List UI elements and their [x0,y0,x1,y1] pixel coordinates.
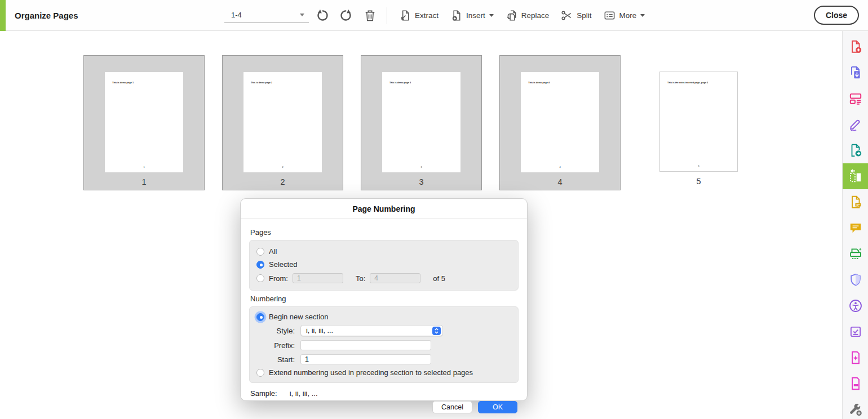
radio-row-all[interactable]: All [256,247,511,256]
scan-ocr-icon [848,247,863,261]
insert-label: Insert [466,11,485,20]
redact-icon [848,376,863,391]
sidebar-item-edit-pdf[interactable] [843,86,868,112]
radio-row-from[interactable]: From: To: of 5 [256,273,511,283]
page-thumbnail-1[interactable]: This is demo page 1 1 1 [83,55,205,190]
extract-button[interactable]: Extract [398,9,439,22]
start-label: Start: [256,355,295,364]
page-thumbnail-5[interactable]: This is the extra inserted page, page 5 … [638,55,759,190]
send-file-icon [848,143,863,158]
sidebar-item-comment[interactable] [843,215,868,241]
split-label: Split [577,11,591,20]
organize-pages-icon [848,169,863,184]
selected-radio[interactable] [256,261,264,269]
pages-section-label: Pages [250,228,517,237]
page-footer-number: 1 [105,166,183,168]
more-options-icon [603,9,616,22]
begin-new-section-radio[interactable] [256,313,264,321]
page-range-dropdown[interactable]: 1-4 [224,8,309,23]
selected-label: Selected [269,260,298,269]
sidebar-item-organize-pages[interactable] [843,163,868,189]
page-body-text: This is demo page 2 [251,82,272,84]
replace-label: Replace [521,11,550,20]
delete-pages-button[interactable] [360,6,380,26]
sidebar-item-accessibility[interactable] [843,293,868,319]
wrench-plus-icon [848,402,863,417]
page-thumbnail-3[interactable]: This is demo page 3 3 3 [361,55,482,190]
tool-title: Organize Pages [15,11,78,20]
rotate-left-button[interactable] [312,6,333,26]
page-footer-number: 3 [382,166,460,168]
split-button[interactable]: Split [560,9,591,22]
trash-icon [363,8,377,23]
from-radio[interactable] [256,274,264,282]
sidebar-item-compress-pdf[interactable] [843,345,868,371]
extend-numbering-label: Extend numbering used in preceding secti… [269,368,473,377]
page-range-value: 1-4 [231,11,242,19]
extract-page-icon [398,9,411,22]
page-numbering-dialog: Page Numbering Pages All Selected From: … [240,198,528,401]
extend-numbering-radio[interactable] [256,369,264,377]
page-footer-number: 5 [660,165,737,167]
dialog-body: Pages All Selected From: To: of 5 Number… [241,219,527,419]
style-label: Style: [256,327,295,335]
from-input[interactable] [293,273,343,283]
of-total-label: of 5 [433,274,445,283]
radio-row-begin-new-section[interactable]: Begin new section [256,313,511,321]
sidebar-item-send-file[interactable] [843,137,868,163]
more-button[interactable]: More [603,9,645,22]
toolbar-controls: 1-4 [224,0,650,31]
sidebar-item-create-pdf[interactable] [843,34,868,60]
page-preview: This is demo page 3 3 [382,72,460,172]
page-body-text: This is demo page 4 [528,82,550,84]
style-select[interactable]: i, ii, iii, ... [300,325,443,336]
prefix-input[interactable] [300,340,431,350]
accessibility-icon [848,298,863,313]
thumbnail-label: 1 [141,177,146,186]
sample-row: Sample: i, ii, iii, ... [250,389,517,398]
sidebar-item-export-pdf[interactable] [843,60,868,86]
cancel-button[interactable]: Cancel [432,401,472,413]
from-label: From: [269,274,288,283]
sidebar-item-attach-note[interactable] [843,189,868,215]
all-radio[interactable] [256,248,264,256]
fill-and-sign-icon [848,117,863,132]
sidebar-item-add-tools[interactable] [843,396,868,419]
extract-label: Extract [415,11,439,20]
page-preview: This is demo page 4 4 [521,72,599,172]
scissors-icon [560,9,573,22]
rotate-right-icon [339,8,353,23]
rotate-right-button[interactable] [336,6,356,26]
insert-button[interactable]: Insert [450,9,494,22]
chevron-down-icon [300,14,304,16]
sidebar-item-fill-and-sign[interactable] [843,112,868,137]
radio-row-selected[interactable]: Selected [256,260,511,269]
replace-page-icon [505,9,518,22]
close-button[interactable]: Close [814,6,859,25]
thumbnail-label: 5 [696,177,701,186]
sidebar-item-protect[interactable] [843,267,868,293]
page-preview: This is demo page 1 1 [105,72,183,172]
edit-pdf-icon [848,91,863,106]
chevron-down-icon [640,14,645,17]
to-input[interactable] [370,273,420,283]
prefix-row: Prefix: [256,340,511,350]
comment-icon [848,221,863,235]
replace-button[interactable]: Replace [505,9,550,22]
sidebar-item-redact[interactable] [843,371,868,396]
sidebar-item-scan-and-ocr[interactable] [843,241,868,267]
page-thumbnail-2[interactable]: This is demo page 2 2 2 [222,55,343,190]
start-input[interactable] [300,354,431,364]
sidebar-item-prepare-form[interactable] [843,319,868,345]
page-thumbnail-4[interactable]: This is demo page 4 4 4 [499,55,621,190]
numbering-group: Begin new section Style: i, ii, iii, ...… [249,306,519,383]
dialog-buttons: Cancel OK [249,401,519,413]
style-select-value: i, ii, iii, ... [306,327,333,335]
radio-row-extend[interactable]: Extend numbering used in preceding secti… [256,368,511,377]
toolbar-divider [387,7,387,24]
prefix-label: Prefix: [256,341,295,350]
dialog-title: Page Numbering [241,199,527,219]
page-preview: This is the extra inserted page, page 5 … [659,72,738,172]
ok-button[interactable]: OK [478,401,517,413]
tool-accent-strip [0,0,6,31]
